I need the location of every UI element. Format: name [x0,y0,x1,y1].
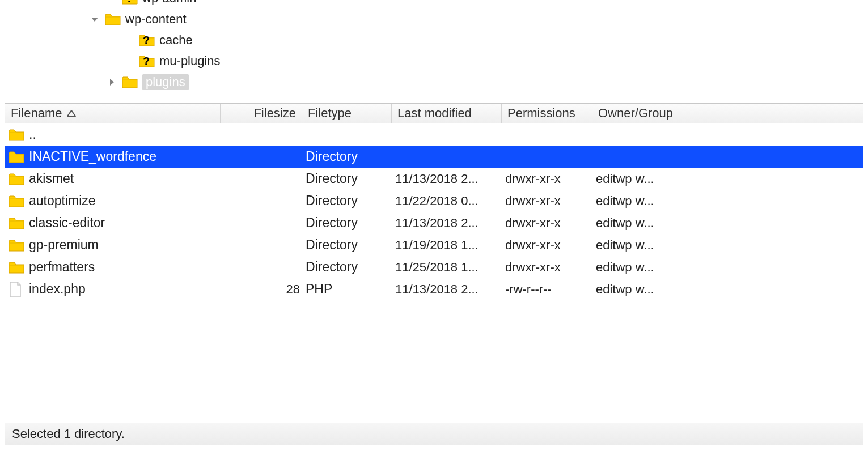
file-name: INACTIVE_wordfence [29,149,224,164]
sort-asc-icon [66,106,77,121]
file-type: Directory [306,237,395,253]
folder-question-icon: ? [139,33,155,47]
file-owner: editwp w... [596,238,687,253]
tree-item[interactable]: plugins [5,71,863,92]
file-owner: editwp w... [596,260,687,275]
tree-item-label: mu-plugins [159,54,221,69]
file-permissions: drwxr-xr-x [505,260,596,275]
folder-icon [9,172,29,186]
column-filename[interactable]: Filename [5,104,221,123]
tree-item[interactable]: wp-content [5,8,863,29]
column-last-modified-label: Last modified [397,106,472,121]
file-name: .. [29,127,224,142]
column-permissions-label: Permissions [507,106,575,121]
file-permissions: drwxr-xr-x [505,238,596,253]
file-modified: 11/19/2018 1... [395,238,505,253]
file-name: gp-premium [29,237,224,253]
folder-icon [9,194,29,208]
column-last-modified[interactable]: Last modified [392,104,502,123]
folder-icon [105,12,121,26]
folder-icon [9,150,29,164]
file-type: Directory [306,215,395,231]
folder-icon [9,238,29,252]
file-owner: editwp w... [596,282,687,297]
file-icon [9,282,29,297]
column-owner-group-label: Owner/Group [598,106,673,121]
tree-item-label: wp-admin [142,0,196,6]
file-permissions: drwxr-xr-x [505,172,596,186]
column-permissions[interactable]: Permissions [502,104,592,123]
file-permissions: drwxr-xr-x [505,216,596,231]
tree-item[interactable]: ?wp-admin [5,0,863,8]
folder-icon [122,75,138,89]
file-row[interactable]: .. [5,123,863,146]
file-type: PHP [306,282,395,297]
status-bar: Selected 1 directory. [5,423,863,445]
status-text: Selected 1 directory. [12,427,125,441]
file-row[interactable]: classic-editorDirectory11/13/2018 2...dr… [5,212,863,234]
file-size: 28 [224,282,306,297]
file-modified: 11/25/2018 1... [395,260,505,275]
tree-item-label: plugins [142,74,189,90]
folder-icon [9,216,29,230]
file-name: index.php [29,282,224,297]
file-modified: 11/13/2018 2... [395,282,505,297]
file-type: Directory [306,149,395,164]
tree-item[interactable]: ?mu-plugins [5,50,863,71]
file-owner: editwp w... [596,216,687,231]
tree-toggle-none [106,0,117,4]
file-row[interactable]: gp-premiumDirectory11/19/2018 1...drwxr-… [5,234,863,256]
file-modified: 11/22/2018 0... [395,194,505,208]
file-row[interactable]: akismetDirectory11/13/2018 2...drwxr-xr-… [5,168,863,190]
file-name: autoptimize [29,193,224,208]
file-type: Directory [306,171,395,186]
file-list-body[interactable]: ..INACTIVE_wordfenceDirectoryakismetDire… [5,123,863,423]
file-type: Directory [306,193,395,208]
folder-icon [9,261,29,274]
column-filesize-label: Filesize [253,106,296,121]
file-row[interactable]: index.php28PHP11/13/2018 2...-rw-r--r--e… [5,278,863,300]
folder-question-icon: ? [122,0,138,5]
tree-toggle-none [123,35,134,46]
file-name: akismet [29,171,224,186]
file-list: Filename Filesize Filetype Last modified… [5,103,863,423]
column-filetype[interactable]: Filetype [302,104,392,123]
file-row[interactable]: INACTIVE_wordfenceDirectory [5,146,863,168]
file-modified: 11/13/2018 2... [395,216,505,231]
file-type: Directory [306,259,395,275]
column-owner-group[interactable]: Owner/Group [592,104,688,123]
folder-question-icon: ? [139,54,155,68]
folder-tree[interactable]: ?wp-adminwp-content?cache?mu-pluginsplug… [5,0,863,103]
file-modified: 11/13/2018 2... [395,172,505,186]
file-permissions: -rw-r--r-- [505,282,596,297]
chevron-down-icon[interactable] [89,14,100,25]
chevron-right-icon[interactable] [106,76,117,88]
file-name: classic-editor [29,215,224,231]
file-row[interactable]: perfmattersDirectory11/25/2018 1...drwxr… [5,256,863,278]
folder-icon [9,128,29,142]
file-permissions: drwxr-xr-x [505,194,596,208]
file-row[interactable]: autoptimizeDirectory11/22/2018 0...drwxr… [5,190,863,212]
tree-item-label: wp-content [125,12,187,27]
file-list-header[interactable]: Filename Filesize Filetype Last modified… [5,103,863,123]
tree-toggle-none [123,56,134,67]
tree-item-label: cache [159,33,193,48]
tree-item[interactable]: ?cache [5,29,863,50]
column-filesize[interactable]: Filesize [221,104,302,123]
column-filetype-label: Filetype [308,106,352,121]
file-owner: editwp w... [596,194,687,208]
column-filename-label: Filename [11,106,62,121]
file-owner: editwp w... [596,172,687,186]
file-name: perfmatters [29,259,224,275]
